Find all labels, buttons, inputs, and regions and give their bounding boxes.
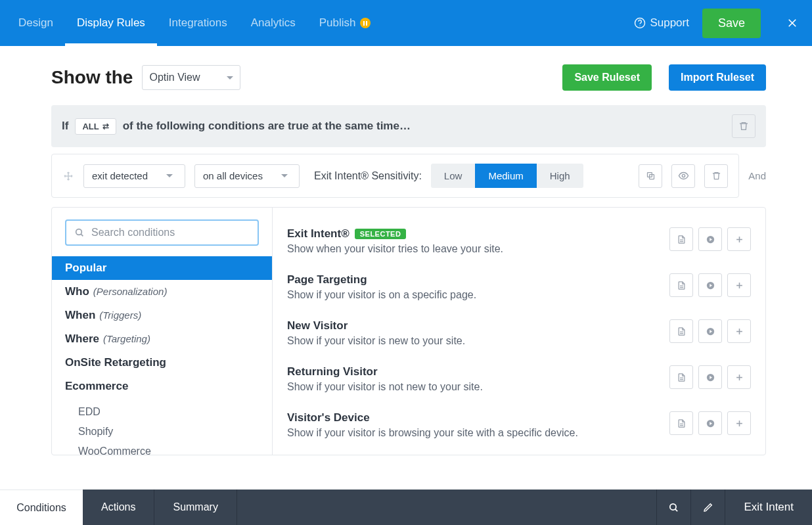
condition-wrap: exit detected on all devices Exit Intent… xyxy=(51,154,766,198)
bottom-tab-actions[interactable]: Actions xyxy=(83,490,154,525)
option-exit-intent: Exit Intent® SELECTED Show when your vis… xyxy=(287,221,751,267)
bottom-edit-button[interactable] xyxy=(690,490,725,525)
option-doc-button[interactable] xyxy=(669,319,693,343)
option-desc: Show if your visitor is not new to your … xyxy=(287,381,669,393)
ecom-shopify[interactable]: Shopify xyxy=(78,422,272,442)
cat-where[interactable]: Where (Targeting) xyxy=(52,327,272,351)
rule-rest-text: of the following conditions are true at … xyxy=(123,120,411,133)
option-doc-button[interactable] xyxy=(669,227,693,251)
option-add-button[interactable] xyxy=(727,273,751,297)
and-label[interactable]: And xyxy=(748,170,766,181)
save-ruleset-button[interactable]: Save Ruleset xyxy=(562,64,652,91)
preview-button[interactable] xyxy=(671,164,695,188)
option-returning-visitor: Returning Visitor Show if your visitor i… xyxy=(287,359,751,405)
option-title: Returning Visitor xyxy=(287,365,378,378)
tab-design[interactable]: Design xyxy=(7,0,65,46)
option-doc-button[interactable] xyxy=(669,365,693,389)
bottom-tab-conditions[interactable]: Conditions xyxy=(0,490,83,525)
cat-onsite-retargeting[interactable]: OnSite Retargeting xyxy=(52,351,272,375)
play-icon xyxy=(706,235,715,244)
svg-point-7 xyxy=(76,229,82,235)
view-select[interactable]: Optin View xyxy=(142,65,240,90)
close-button[interactable] xyxy=(773,0,812,46)
condition-row: exit detected on all devices Exit Intent… xyxy=(51,154,739,198)
chevron-down-icon xyxy=(166,174,173,177)
sensitivity-label: Exit Intent® Sensitivity: xyxy=(314,170,422,182)
save-button[interactable]: Save xyxy=(702,9,761,38)
document-icon xyxy=(677,327,687,336)
duplicate-button[interactable] xyxy=(639,164,662,188)
cat-label: Popular xyxy=(65,262,106,275)
search-input[interactable] xyxy=(91,227,250,239)
ecom-edd[interactable]: EDD xyxy=(78,402,272,422)
cat-who[interactable]: Who (Personalization) xyxy=(52,280,272,304)
categories-sidebar: Popular Who (Personalization) When (Trig… xyxy=(52,208,273,455)
tab-publish-label: Publish xyxy=(319,16,356,30)
cat-ecommerce[interactable]: Ecommerce xyxy=(52,375,272,398)
help-icon xyxy=(634,17,646,29)
rule-bar: If ALL ⇄ of the following conditions are… xyxy=(51,105,766,147)
trash-icon xyxy=(711,171,721,181)
rule-if-label: If xyxy=(62,120,68,133)
drag-handle-icon[interactable] xyxy=(62,170,74,182)
option-doc-button[interactable] xyxy=(669,273,693,297)
bottom-search-button[interactable] xyxy=(656,490,690,525)
search-conditions[interactable] xyxy=(65,219,259,246)
document-icon xyxy=(677,419,687,428)
options-list: Exit Intent® SELECTED Show when your vis… xyxy=(273,208,765,455)
swap-icon: ⇄ xyxy=(102,122,109,131)
option-play-button[interactable] xyxy=(698,365,722,389)
svg-line-40 xyxy=(675,509,677,511)
plus-icon xyxy=(734,373,744,382)
trigger-select[interactable]: exit detected xyxy=(83,164,185,188)
view-select-value: Optin View xyxy=(149,72,200,83)
option-play-button[interactable] xyxy=(698,319,722,343)
option-desc: Show when your visitor tries to leave yo… xyxy=(287,243,669,255)
tab-integrations[interactable]: Integrations xyxy=(157,0,239,46)
option-doc-button[interactable] xyxy=(669,411,693,435)
tab-display-rules[interactable]: Display Rules xyxy=(65,0,157,46)
pause-icon xyxy=(360,18,371,28)
support-label: Support xyxy=(650,16,689,30)
option-title: Page Targeting xyxy=(287,273,367,286)
tab-analytics[interactable]: Analytics xyxy=(239,0,307,46)
option-add-button[interactable] xyxy=(727,227,751,251)
ecom-woocommerce[interactable]: WooCommerce xyxy=(78,442,272,455)
cat-label: Where xyxy=(65,332,99,346)
option-visitors-device: Visitor's Device Show if your visitor is… xyxy=(287,405,751,451)
device-select[interactable]: on all devices xyxy=(194,164,300,188)
option-add-button[interactable] xyxy=(727,411,751,435)
option-add-button[interactable] xyxy=(727,319,751,343)
option-play-button[interactable] xyxy=(698,273,722,297)
trash-icon xyxy=(738,121,749,131)
rule-mode-chip[interactable]: ALL ⇄ xyxy=(75,118,116,135)
rule-mode-value: ALL xyxy=(82,122,99,131)
option-add-button[interactable] xyxy=(727,365,751,389)
option-page-targeting: Page Targeting Show if your visitor is o… xyxy=(287,267,751,313)
cat-popular[interactable]: Popular xyxy=(52,256,272,280)
option-play-button[interactable] xyxy=(698,227,722,251)
cat-when[interactable]: When (Triggers) xyxy=(52,304,272,327)
cat-sublabel: (Personalization) xyxy=(93,286,168,297)
delete-condition-button[interactable] xyxy=(704,164,728,188)
svg-line-8 xyxy=(81,234,83,236)
sensitivity-low[interactable]: Low xyxy=(431,164,476,188)
option-desc: Show if your visitor is on a specific pa… xyxy=(287,289,669,301)
top-bar: Design Display Rules Integrations Analyt… xyxy=(0,0,812,46)
conditions-panel: Popular Who (Personalization) When (Trig… xyxy=(51,207,766,455)
support-link[interactable]: Support xyxy=(634,16,689,30)
option-play-button[interactable] xyxy=(698,411,722,435)
bottom-current-rule[interactable]: Exit Intent xyxy=(725,490,812,525)
sensitivity-medium[interactable]: Medium xyxy=(475,164,536,188)
sensitivity-high[interactable]: High xyxy=(537,164,583,188)
selected-badge: SELECTED xyxy=(355,229,407,239)
svg-point-1 xyxy=(640,26,641,26)
chevron-down-icon xyxy=(227,76,233,80)
rule-delete-button[interactable] xyxy=(732,114,756,138)
import-ruleset-button[interactable]: Import Ruleset xyxy=(669,64,766,91)
tab-publish[interactable]: Publish xyxy=(307,0,382,46)
play-icon xyxy=(706,281,715,290)
cat-label: When xyxy=(65,309,95,322)
ecommerce-children: EDD Shopify WooCommerce xyxy=(52,398,272,455)
bottom-tab-summary[interactable]: Summary xyxy=(154,490,237,525)
